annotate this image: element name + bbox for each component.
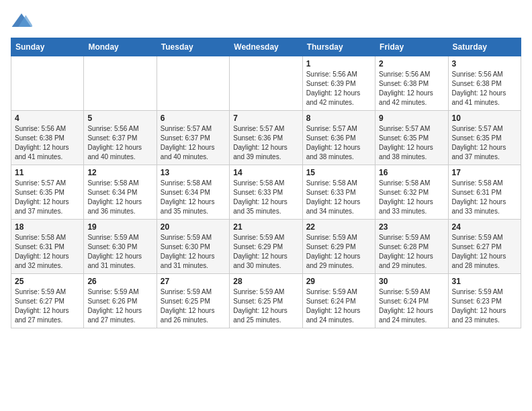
calendar-week-row: 25Sunrise: 5:59 AM Sunset: 6:27 PM Dayli… [11,274,521,328]
day-info: Sunrise: 5:59 AM Sunset: 6:24 PM Dayligh… [306,287,371,325]
weekday-header: Friday [375,38,448,56]
day-number: 31 [452,277,517,286]
calendar-table: SundayMondayTuesdayWednesdayThursdayFrid… [11,38,521,328]
day-number: 28 [233,277,298,286]
day-info: Sunrise: 5:58 AM Sunset: 6:34 PM Dayligh… [87,179,152,216]
calendar-cell: 28Sunrise: 5:59 AM Sunset: 6:25 PM Dayli… [230,274,302,328]
day-info: Sunrise: 5:57 AM Sunset: 6:35 PM Dayligh… [452,124,517,162]
day-number: 18 [15,222,80,232]
weekday-header-row: SundayMondayTuesdayWednesdayThursdayFrid… [11,38,521,56]
calendar-cell: 8Sunrise: 5:57 AM Sunset: 6:36 PM Daylig… [302,111,375,165]
logo-icon [11,11,32,32]
day-number: 26 [87,277,152,286]
calendar-cell: 7Sunrise: 5:57 AM Sunset: 6:36 PM Daylig… [230,111,302,165]
day-number: 30 [379,277,444,286]
day-info: Sunrise: 5:59 AM Sunset: 6:25 PM Dayligh… [161,287,226,325]
calendar-cell [157,56,229,111]
day-info: Sunrise: 5:59 AM Sunset: 6:23 PM Dayligh… [452,287,517,325]
day-info: Sunrise: 5:59 AM Sunset: 6:25 PM Dayligh… [233,287,298,325]
day-number: 12 [87,168,152,177]
day-info: Sunrise: 5:58 AM Sunset: 6:31 PM Dayligh… [452,179,517,216]
day-number: 7 [233,113,298,123]
calendar-cell: 10Sunrise: 5:57 AM Sunset: 6:35 PM Dayli… [448,111,521,165]
weekday-header: Thursday [302,38,375,56]
day-info: Sunrise: 5:57 AM Sunset: 6:35 PM Dayligh… [15,179,80,216]
calendar-cell: 24Sunrise: 5:59 AM Sunset: 6:27 PM Dayli… [448,220,521,274]
day-number: 22 [306,222,371,232]
calendar-cell: 30Sunrise: 5:59 AM Sunset: 6:24 PM Dayli… [375,274,448,328]
calendar-cell: 6Sunrise: 5:57 AM Sunset: 6:37 PM Daylig… [157,111,229,165]
calendar-cell: 22Sunrise: 5:59 AM Sunset: 6:29 PM Dayli… [302,220,375,274]
day-info: Sunrise: 5:59 AM Sunset: 6:29 PM Dayligh… [306,233,371,271]
calendar-cell: 21Sunrise: 5:59 AM Sunset: 6:29 PM Dayli… [230,220,302,274]
day-number: 21 [233,222,298,232]
calendar-cell: 25Sunrise: 5:59 AM Sunset: 6:27 PM Dayli… [11,274,84,328]
day-number: 13 [161,168,226,177]
weekday-header: Monday [84,38,157,56]
calendar-cell: 11Sunrise: 5:57 AM Sunset: 6:35 PM Dayli… [11,165,84,220]
day-info: Sunrise: 5:56 AM Sunset: 6:38 PM Dayligh… [379,70,444,107]
calendar-cell: 13Sunrise: 5:58 AM Sunset: 6:34 PM Dayli… [157,165,229,220]
logo [11,11,35,32]
day-number: 27 [161,277,226,286]
day-number: 10 [452,113,517,123]
day-info: Sunrise: 5:56 AM Sunset: 6:38 PM Dayligh… [452,70,517,107]
page-header [11,11,521,32]
weekday-header: Sunday [11,38,84,56]
calendar-cell [11,56,84,111]
calendar-cell: 17Sunrise: 5:58 AM Sunset: 6:31 PM Dayli… [448,165,521,220]
day-number: 1 [306,59,371,68]
day-info: Sunrise: 5:57 AM Sunset: 6:35 PM Dayligh… [379,124,444,162]
calendar-cell: 19Sunrise: 5:59 AM Sunset: 6:30 PM Dayli… [84,220,157,274]
calendar-cell: 2Sunrise: 5:56 AM Sunset: 6:38 PM Daylig… [375,56,448,111]
day-number: 6 [161,113,226,123]
day-number: 16 [379,168,444,177]
day-info: Sunrise: 5:56 AM Sunset: 6:38 PM Dayligh… [15,124,80,162]
day-number: 20 [161,222,226,232]
calendar-cell: 15Sunrise: 5:58 AM Sunset: 6:33 PM Dayli… [302,165,375,220]
day-info: Sunrise: 5:58 AM Sunset: 6:32 PM Dayligh… [379,179,444,216]
day-info: Sunrise: 5:59 AM Sunset: 6:24 PM Dayligh… [379,287,444,325]
day-info: Sunrise: 5:58 AM Sunset: 6:33 PM Dayligh… [233,179,298,216]
day-number: 9 [379,113,444,123]
calendar-cell [230,56,302,111]
weekday-header: Tuesday [157,38,229,56]
weekday-header: Wednesday [230,38,302,56]
calendar-cell: 1Sunrise: 5:56 AM Sunset: 6:39 PM Daylig… [302,56,375,111]
calendar-cell: 9Sunrise: 5:57 AM Sunset: 6:35 PM Daylig… [375,111,448,165]
day-info: Sunrise: 5:57 AM Sunset: 6:37 PM Dayligh… [161,124,226,162]
day-info: Sunrise: 5:56 AM Sunset: 6:39 PM Dayligh… [306,70,371,107]
day-info: Sunrise: 5:59 AM Sunset: 6:27 PM Dayligh… [15,287,80,325]
calendar-cell: 18Sunrise: 5:58 AM Sunset: 6:31 PM Dayli… [11,220,84,274]
day-info: Sunrise: 5:59 AM Sunset: 6:29 PM Dayligh… [233,233,298,271]
day-number: 19 [87,222,152,232]
day-number: 5 [87,113,152,123]
calendar-cell: 5Sunrise: 5:56 AM Sunset: 6:37 PM Daylig… [84,111,157,165]
day-info: Sunrise: 5:58 AM Sunset: 6:33 PM Dayligh… [306,179,371,216]
day-info: Sunrise: 5:59 AM Sunset: 6:30 PM Dayligh… [161,233,226,271]
calendar-cell: 12Sunrise: 5:58 AM Sunset: 6:34 PM Dayli… [84,165,157,220]
day-number: 15 [306,168,371,177]
day-info: Sunrise: 5:59 AM Sunset: 6:26 PM Dayligh… [87,287,152,325]
calendar-cell: 16Sunrise: 5:58 AM Sunset: 6:32 PM Dayli… [375,165,448,220]
calendar-week-row: 18Sunrise: 5:58 AM Sunset: 6:31 PM Dayli… [11,220,521,274]
day-number: 23 [379,222,444,232]
day-info: Sunrise: 5:57 AM Sunset: 6:36 PM Dayligh… [306,124,371,162]
day-number: 8 [306,113,371,123]
day-number: 14 [233,168,298,177]
day-info: Sunrise: 5:57 AM Sunset: 6:36 PM Dayligh… [233,124,298,162]
calendar-cell: 3Sunrise: 5:56 AM Sunset: 6:38 PM Daylig… [448,56,521,111]
day-number: 29 [306,277,371,286]
day-number: 24 [452,222,517,232]
calendar-cell: 4Sunrise: 5:56 AM Sunset: 6:38 PM Daylig… [11,111,84,165]
calendar-week-row: 4Sunrise: 5:56 AM Sunset: 6:38 PM Daylig… [11,111,521,165]
day-number: 4 [15,113,80,123]
calendar-cell: 31Sunrise: 5:59 AM Sunset: 6:23 PM Dayli… [448,274,521,328]
calendar-cell: 29Sunrise: 5:59 AM Sunset: 6:24 PM Dayli… [302,274,375,328]
day-info: Sunrise: 5:59 AM Sunset: 6:28 PM Dayligh… [379,233,444,271]
day-number: 2 [379,59,444,68]
day-info: Sunrise: 5:59 AM Sunset: 6:27 PM Dayligh… [452,233,517,271]
calendar-cell: 26Sunrise: 5:59 AM Sunset: 6:26 PM Dayli… [84,274,157,328]
calendar-week-row: 1Sunrise: 5:56 AM Sunset: 6:39 PM Daylig… [11,56,521,111]
calendar-cell: 20Sunrise: 5:59 AM Sunset: 6:30 PM Dayli… [157,220,229,274]
